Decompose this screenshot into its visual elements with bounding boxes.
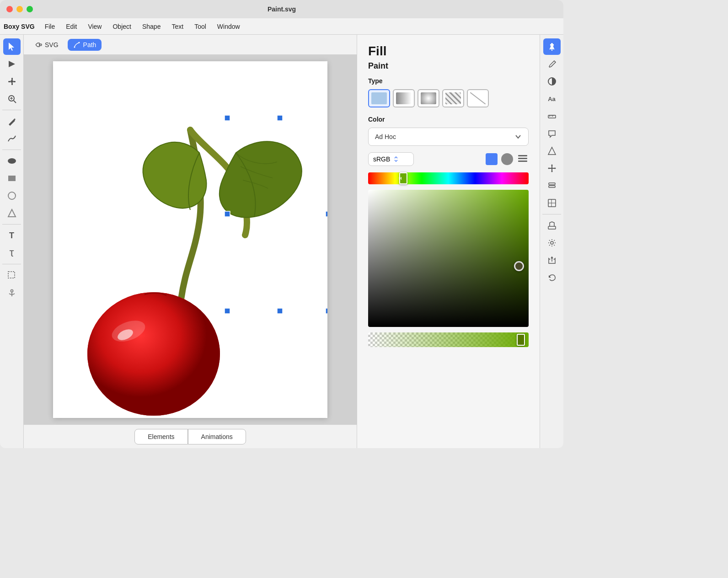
svg-point-11 — [8, 158, 16, 164]
pin-tool[interactable] — [543, 38, 561, 55]
crop-tool[interactable] — [3, 267, 21, 284]
select-tool[interactable] — [3, 38, 21, 55]
svg-rect-5 — [13, 81, 16, 82]
settings-tool[interactable] — [543, 235, 561, 251]
comment-tool[interactable] — [543, 125, 561, 142]
svg-point-6 — [11, 80, 13, 83]
svg-point-18 — [40, 44, 42, 46]
menu-window[interactable]: Window — [213, 21, 245, 32]
undo-tool[interactable] — [543, 269, 561, 286]
canvas-bottom: Elements Animations — [24, 424, 357, 448]
hue-thumb[interactable]: H — [399, 172, 407, 184]
triangle-tool[interactable] — [3, 205, 21, 221]
zoom-tool[interactable] — [3, 91, 21, 107]
menu-object[interactable]: Object — [108, 21, 135, 32]
type-pattern[interactable] — [442, 89, 464, 107]
close-button[interactable] — [6, 6, 13, 12]
window-controls[interactable] — [6, 6, 33, 12]
svg-marker-59 — [551, 257, 553, 258]
type-none[interactable] — [467, 89, 489, 107]
svg-rect-4 — [8, 81, 11, 82]
type-selector — [368, 89, 529, 107]
srgb-row: sRGB — [368, 152, 529, 166]
picker-thumb[interactable] — [514, 261, 524, 271]
animations-tab[interactable]: Animations — [188, 429, 246, 444]
minimize-button[interactable] — [16, 6, 23, 12]
type-label: Type — [368, 77, 529, 85]
alpha-thumb[interactable] — [517, 334, 525, 346]
font-size-tool[interactable]: Aa — [543, 91, 561, 107]
window-title: Paint.svg — [268, 5, 296, 13]
canvas-area: SVG Path — [24, 35, 357, 448]
svg-rect-34 — [518, 155, 527, 156]
panel-subtitle: Paint — [368, 61, 529, 71]
menu-tool[interactable]: Tool — [190, 21, 211, 32]
hue-bar[interactable]: H — [368, 172, 529, 184]
maximize-button[interactable] — [27, 6, 33, 12]
titlebar: Paint.svg — [0, 0, 563, 18]
svg-rect-36 — [518, 161, 527, 162]
svg-rect-51 — [549, 183, 555, 185]
menu-edit[interactable]: Edit — [61, 21, 81, 32]
color-dropdown[interactable]: Ad Hoc — [368, 128, 529, 146]
export-tool[interactable] — [543, 252, 561, 268]
chevron-down-icon — [514, 133, 522, 140]
srgb-select[interactable]: sRGB — [368, 152, 414, 166]
path-breadcrumb[interactable]: Path — [68, 39, 102, 51]
svg-rect-3 — [11, 83, 13, 85]
table-tool[interactable] — [543, 195, 561, 211]
menubar: Boxy SVG File Edit View Object Shape Tex… — [0, 18, 563, 35]
svg-rect-30 — [225, 308, 230, 314]
fill-panel: Fill Paint Type — [357, 35, 540, 448]
ruler-tool[interactable] — [543, 108, 561, 124]
cherry-illustration — [53, 61, 327, 418]
svg-marker-48 — [551, 171, 553, 172]
anchor-tool[interactable] — [3, 284, 21, 301]
menu-text[interactable]: Text — [167, 21, 188, 32]
svg-marker-44 — [548, 147, 556, 155]
canvas-container[interactable] — [24, 55, 357, 424]
menu-shape[interactable]: Shape — [138, 21, 165, 32]
pen-tool[interactable] — [3, 130, 21, 147]
text-tool[interactable]: T — [3, 227, 21, 244]
svg-point-22 — [87, 292, 220, 416]
color-circle[interactable] — [501, 153, 513, 165]
type-linear[interactable] — [393, 89, 415, 107]
alpha-bar[interactable] — [368, 332, 529, 347]
svg-breadcrumb[interactable]: SVG — [29, 39, 64, 51]
svg-rect-2 — [11, 78, 13, 80]
color-picker[interactable] — [368, 190, 529, 327]
triangle-rt-tool[interactable] — [543, 143, 561, 159]
svg-line-33 — [470, 92, 486, 104]
app-name: Boxy SVG — [4, 23, 35, 30]
list-icon[interactable] — [517, 152, 529, 166]
text2-tool[interactable]: Ʈ — [3, 245, 21, 261]
pan-tool[interactable] — [3, 73, 21, 90]
svg-marker-1 — [9, 61, 15, 67]
menu-file[interactable]: File — [40, 21, 60, 32]
canvas-toolbar: SVG Path — [24, 35, 357, 55]
color-swatch[interactable] — [486, 153, 498, 165]
svg-point-20 — [78, 42, 80, 43]
circle-tool[interactable] — [3, 187, 21, 204]
ellipse-fill-tool[interactable] — [3, 153, 21, 169]
rect-tool[interactable] — [3, 170, 21, 187]
menu-view[interactable]: View — [83, 21, 106, 32]
pencil-tool[interactable] — [3, 113, 21, 129]
move-tool[interactable] — [543, 160, 561, 177]
svg-marker-49 — [548, 167, 549, 169]
type-radial[interactable] — [418, 89, 439, 107]
layers-tool[interactable] — [543, 177, 561, 194]
canvas[interactable] — [53, 61, 327, 418]
type-flat[interactable] — [368, 89, 390, 107]
library-tool[interactable] — [543, 217, 561, 234]
brush-tool[interactable] — [543, 56, 561, 72]
svg-marker-14 — [8, 209, 16, 217]
elements-tab[interactable]: Elements — [134, 429, 187, 444]
svg-rect-32 — [326, 308, 327, 314]
svg-marker-0 — [9, 43, 14, 51]
node-tool[interactable] — [3, 56, 21, 72]
svg-rect-12 — [8, 176, 16, 181]
contrast-tool[interactable] — [543, 73, 561, 90]
main-layout: T Ʈ SVG Path — [0, 35, 563, 448]
